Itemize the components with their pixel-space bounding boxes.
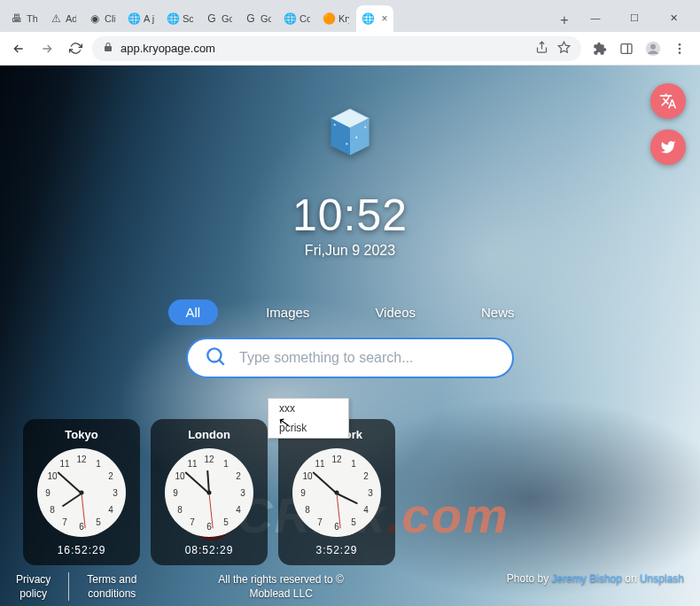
forward-button[interactable] <box>35 37 58 60</box>
maximize-button[interactable]: ☐ <box>615 4 654 32</box>
browser-tab[interactable]: 🌐Scor <box>161 5 198 32</box>
share-icon[interactable] <box>535 41 548 57</box>
tab-close-icon[interactable]: × <box>381 13 388 24</box>
svg-point-3 <box>650 43 656 49</box>
browser-tab[interactable]: 🌐k× <box>356 5 393 32</box>
favicon-icon: ⚠ <box>50 12 62 25</box>
favicon-icon: 🟠 <box>323 12 335 25</box>
browser-toolbar: app.kryopage.com <box>0 32 700 66</box>
browser-tab[interactable]: 🌐A jo <box>122 5 159 32</box>
svg-line-15 <box>220 361 224 365</box>
tab-label: Add <box>66 13 76 24</box>
lock-icon <box>103 42 113 55</box>
search-tabs: AllImagesVideosNews <box>168 299 533 325</box>
tab-label: Kryo <box>338 13 349 24</box>
footer: Privacypolicy Terms andconditions All th… <box>0 572 700 601</box>
world-clocks: Tokyo 123456789101112 16:52:29 London 12… <box>23 419 395 565</box>
favicon-icon: ◉ <box>89 12 101 25</box>
reload-button[interactable] <box>64 37 87 60</box>
tab-label: Com <box>299 13 310 24</box>
clock-digital: 3:52:29 <box>315 544 357 556</box>
search-icon <box>204 345 227 371</box>
minimize-button[interactable]: — <box>576 4 615 32</box>
clock-city: London <box>188 428 230 441</box>
clock-face: 123456789101112 <box>165 448 253 537</box>
svg-point-12 <box>346 143 347 144</box>
svg-point-6 <box>679 51 681 54</box>
svg-point-13 <box>355 136 357 138</box>
author-link[interactable]: Jeremy Bishop <box>552 572 622 585</box>
clock-card: London 123456789101112 08:52:29 <box>151 419 268 565</box>
privacy-policy-link[interactable]: Privacypolicy <box>16 572 51 601</box>
browser-tab[interactable]: ⚠Add <box>44 5 82 32</box>
profile-icon[interactable] <box>645 41 661 57</box>
main-clock: 10:52 <box>292 190 408 241</box>
favicon-icon: 🌐 <box>362 12 374 25</box>
tab-label: A jo <box>144 13 154 24</box>
svg-point-14 <box>207 348 221 361</box>
search-tab-all[interactable]: All <box>168 299 219 325</box>
favicon-icon: 🌐 <box>284 12 296 25</box>
favicon-icon: 🌐 <box>167 12 179 25</box>
titlebar: 🖶The⚠Add◉Click🌐A jo🌐ScorGGooGGoo🌐Com🟠Kry… <box>0 0 700 32</box>
main-date: Fri,Jun 9 2023 <box>305 243 395 259</box>
clock-face: 123456789101112 <box>292 448 381 537</box>
browser-tab[interactable]: 🌐Com <box>278 5 315 32</box>
favicon-icon: G <box>206 12 218 25</box>
photo-credit: Photo by Jeremy Bishop on Unsplash <box>507 572 684 601</box>
tabs-strip: 🖶The⚠Add◉Click🌐A jo🌐ScorGGooGGoo🌐Com🟠Kry… <box>5 5 553 32</box>
terms-link[interactable]: Terms andconditions <box>87 572 136 601</box>
clock-face: 123456789101112 <box>37 448 126 537</box>
tab-label: Goo <box>222 13 232 24</box>
clock-card: New York 123456789101112 3:52:29 <box>278 419 395 565</box>
translate-button[interactable] <box>650 83 686 119</box>
clock-digital: 08:52:29 <box>185 544 234 556</box>
search-box[interactable] <box>186 338 514 378</box>
logo-cube-icon <box>318 99 382 163</box>
url-text: app.kryopage.com <box>121 42 215 55</box>
new-tab-button[interactable]: + <box>553 9 576 32</box>
menu-icon[interactable] <box>672 41 688 57</box>
svg-rect-0 <box>621 43 632 53</box>
sidepanel-icon[interactable] <box>618 41 634 57</box>
unsplash-link[interactable]: Unsplash <box>640 572 684 585</box>
svg-point-10 <box>334 124 336 126</box>
copyright: All the rights reserved to ©Moblead LLC <box>218 572 344 601</box>
close-window-button[interactable]: ✕ <box>654 4 693 32</box>
search-tab-images[interactable]: Images <box>248 299 327 325</box>
clock-digital: 16:52:29 <box>58 544 106 556</box>
browser-tab[interactable]: GGoo <box>239 5 276 32</box>
browser-tab[interactable]: GGoo <box>200 5 237 32</box>
svg-point-5 <box>679 47 681 50</box>
search-input[interactable] <box>239 350 496 366</box>
address-bar[interactable]: app.kryopage.com <box>92 36 581 61</box>
tab-label: The <box>27 13 37 24</box>
favicon-icon: 🌐 <box>128 12 140 25</box>
tab-label: Click <box>105 13 115 24</box>
tab-label: Goo <box>261 13 271 24</box>
back-button[interactable] <box>7 37 30 60</box>
browser-tab[interactable]: 🖶The <box>5 5 43 32</box>
clock-card: Tokyo 123456789101112 16:52:29 <box>23 419 140 565</box>
search-tab-news[interactable]: News <box>463 299 533 325</box>
search-tab-videos[interactable]: Videos <box>357 299 433 325</box>
page-content: 10:52 Fri,Jun 9 2023 AllImagesVideosNews… <box>0 66 700 606</box>
favicon-icon: G <box>245 12 257 25</box>
extensions-icon[interactable] <box>592 41 608 57</box>
svg-point-11 <box>364 127 366 128</box>
bookmark-icon[interactable] <box>557 41 571 57</box>
tab-label: Scor <box>183 13 193 24</box>
favicon-icon: 🖶 <box>11 12 23 25</box>
browser-tab[interactable]: 🟠Kryo <box>317 5 354 32</box>
clock-city: Tokyo <box>65 428 97 441</box>
twitter-button[interactable] <box>650 129 686 165</box>
svg-point-4 <box>679 43 681 46</box>
browser-tab[interactable]: ◉Click <box>83 5 121 32</box>
